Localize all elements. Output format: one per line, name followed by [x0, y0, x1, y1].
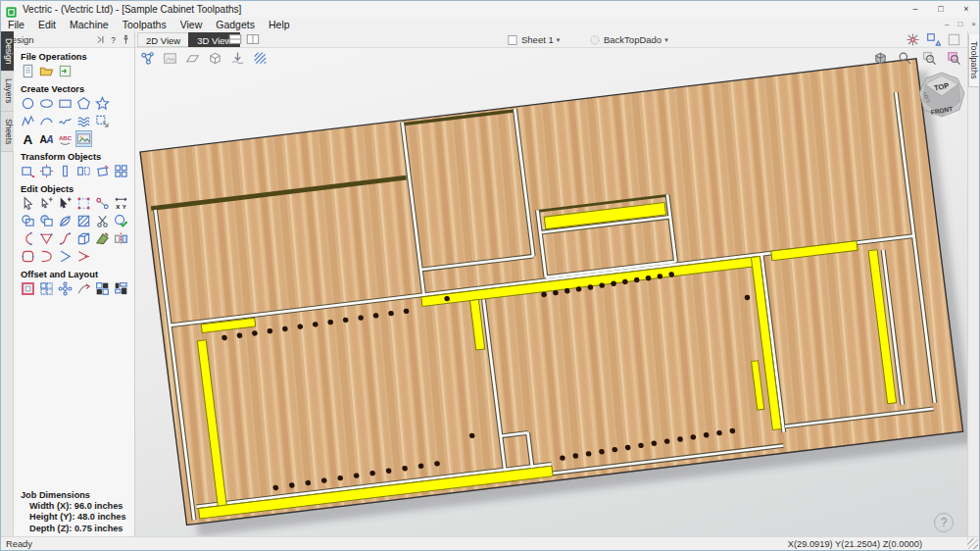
svg-text:A: A	[45, 134, 53, 145]
scissors-cut-icon[interactable]	[95, 214, 110, 228]
tab-2d-view[interactable]: 2D View	[137, 32, 188, 47]
new-file-icon[interactable]	[21, 64, 35, 78]
draw-star-icon[interactable]	[95, 96, 110, 111]
iso-view-icon[interactable]	[873, 51, 888, 66]
draw-text-icon[interactable]: A	[21, 131, 35, 146]
trim-vectors-icon[interactable]	[58, 214, 73, 228]
set-dimensions-icon[interactable]: XY	[114, 196, 128, 211]
fit-curve-icon[interactable]	[58, 231, 73, 246]
menu-edit[interactable]: Edit	[31, 18, 63, 31]
fit-arc-icon[interactable]	[21, 231, 35, 246]
open-file-icon[interactable]	[39, 64, 54, 78]
trim-open-vector-icon[interactable]	[76, 249, 91, 264]
vector-texture-icon[interactable]	[76, 114, 91, 128]
drape-vectors-icon[interactable]	[230, 51, 245, 66]
side-tab-strip: DesignLayersSheets	[1, 31, 14, 538]
measure-tool-icon[interactable]	[95, 196, 110, 211]
circular-copy-icon[interactable]	[58, 281, 73, 296]
fill-hatch-icon[interactable]	[76, 214, 91, 228]
toggle-bitmap-icon[interactable]	[163, 51, 177, 66]
sheet-select[interactable]: Sheet 1 ▾	[507, 32, 560, 47]
extend-vector-icon[interactable]	[58, 249, 73, 264]
menu-toolpaths[interactable]: Toolpaths	[116, 18, 173, 31]
edit-nodes-icon[interactable]	[76, 196, 91, 211]
nest-parts-icon[interactable]	[95, 281, 110, 296]
menu-file[interactable]: File	[1, 18, 31, 31]
material-plane-icon[interactable]	[185, 51, 200, 66]
split-horizontal-icon[interactable]	[228, 32, 242, 46]
fit-triangle-icon[interactable]	[39, 231, 54, 246]
child-close-button[interactable]: ×	[971, 18, 976, 30]
draw-circle-icon[interactable]	[21, 96, 35, 111]
geometry-snap-icon[interactable]	[926, 32, 941, 47]
child-minimize-button[interactable]: –	[945, 18, 949, 30]
draw-arc-icon[interactable]	[39, 114, 54, 128]
set-size-icon[interactable]	[39, 164, 54, 178]
grid-snap-icon[interactable]	[947, 32, 961, 47]
select-cursor-icon[interactable]	[21, 196, 35, 211]
resize-grip[interactable]	[967, 538, 978, 549]
menu-help[interactable]: Help	[262, 18, 297, 31]
nest-parts-alt-icon[interactable]	[114, 281, 128, 296]
svg-text:ABC: ABC	[59, 134, 73, 141]
zoom-box-icon[interactable]	[922, 51, 937, 66]
move-selection-icon[interactable]	[21, 164, 35, 178]
svg-text:?: ?	[111, 36, 116, 45]
view-cube[interactable]: TOP FRONT LEFT	[917, 72, 966, 118]
align-objects-icon[interactable]	[114, 164, 128, 178]
zoom-icon[interactable]	[898, 51, 912, 66]
split-vertical-icon[interactable]	[246, 32, 260, 46]
extrude-vectors-icon[interactable]	[76, 231, 91, 246]
icon-row: XY	[14, 195, 134, 213]
solid-view-icon[interactable]	[208, 51, 222, 66]
array-copy-icon[interactable]	[39, 281, 54, 296]
menu-machine[interactable]: Machine	[63, 18, 116, 31]
vector-boundary-icon[interactable]	[95, 114, 110, 128]
mirror-vectors-icon[interactable]	[114, 231, 128, 246]
tab-toolpaths[interactable]: Toolpaths	[968, 34, 980, 87]
pin-panel-icon[interactable]	[121, 34, 131, 45]
auto-layout-text-icon[interactable]: AA	[39, 131, 54, 146]
offset-vectors-icon[interactable]	[21, 281, 35, 296]
toolpath-shade-icon[interactable]	[253, 51, 268, 66]
draw-ellipse-icon[interactable]	[39, 96, 54, 111]
dock-panel-icon[interactable]	[95, 34, 106, 45]
sidebar-tab-layers[interactable]: Layers	[1, 72, 14, 112]
draw-rectangle-icon[interactable]	[58, 96, 73, 111]
panel-help-icon[interactable]: ?	[108, 34, 119, 45]
mirror-pair-icon[interactable]	[76, 164, 91, 178]
canvas-3d[interactable]: TOP FRONT LEFT ?	[135, 48, 969, 538]
close-vector-icon[interactable]	[39, 249, 54, 264]
join-vectors-icon[interactable]	[114, 214, 128, 228]
text-on-curve-icon[interactable]: ABC	[58, 131, 73, 146]
snap-options-icon[interactable]	[906, 32, 920, 47]
sculpt-tool-icon[interactable]	[95, 231, 110, 246]
help-button[interactable]: ?	[934, 513, 954, 532]
close-button[interactable]: ×	[954, 1, 979, 18]
toolpath-preset-select[interactable]: BackTopDado ▾	[589, 32, 668, 47]
weld-vectors-icon[interactable]	[21, 214, 35, 228]
rotate-icon[interactable]	[95, 164, 110, 178]
draw-polygon-icon[interactable]	[76, 96, 91, 111]
draw-curve-icon[interactable]	[58, 114, 73, 128]
import-vectors-icon[interactable]	[58, 64, 73, 78]
toggle-vectors-icon[interactable]	[140, 51, 155, 66]
sidebar-tab-sheets[interactable]: Sheets	[1, 112, 14, 152]
minimize-button[interactable]: –	[903, 1, 928, 18]
copy-along-vector-icon[interactable]	[76, 281, 91, 296]
sidebar-tab-design[interactable]: Design	[1, 31, 14, 72]
child-restore-button[interactable]: □	[957, 18, 962, 30]
insert-image-icon[interactable]	[76, 131, 91, 146]
node-select-icon[interactable]	[58, 196, 73, 211]
select-add-icon[interactable]	[39, 196, 54, 211]
subtract-vectors-icon[interactable]	[39, 214, 54, 228]
maximize-button[interactable]: □	[928, 1, 954, 18]
zoom-selected-icon[interactable]	[947, 51, 961, 66]
sheet-select-label: Sheet 1	[521, 34, 554, 45]
draw-polyline-icon[interactable]	[21, 114, 35, 128]
menu-view[interactable]: View	[173, 18, 210, 31]
sheet-3d[interactable]	[135, 48, 969, 538]
fillet-tool-icon[interactable]	[21, 249, 35, 264]
scale-icon[interactable]	[58, 164, 73, 178]
menu-gadgets[interactable]: Gadgets	[209, 18, 262, 31]
